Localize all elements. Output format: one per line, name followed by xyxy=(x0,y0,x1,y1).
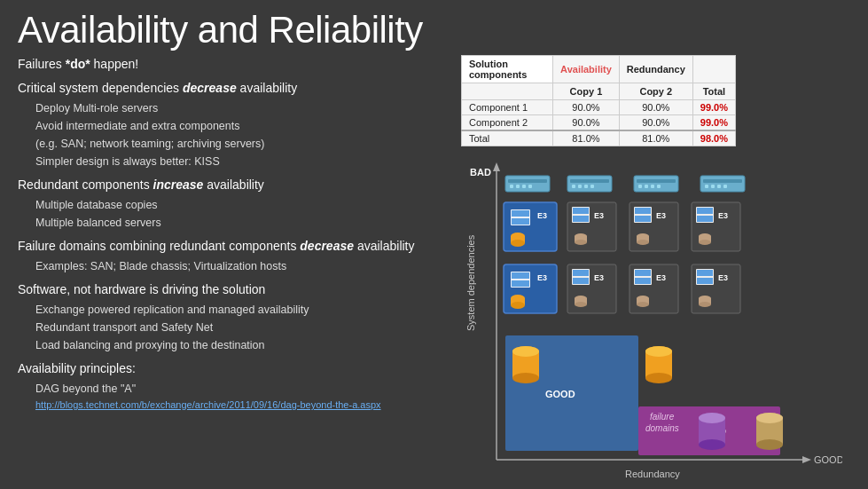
software-heading: Software, not hardware is driving the so… xyxy=(18,280,452,299)
svg-point-69 xyxy=(699,240,711,245)
svg-rect-88 xyxy=(635,270,651,276)
table-cell-total-total: 98.0% xyxy=(692,130,735,146)
svg-marker-1 xyxy=(493,162,500,171)
svg-rect-26 xyxy=(634,176,678,192)
svg-rect-65 xyxy=(697,216,713,222)
svg-text:BAD: BAD xyxy=(470,167,491,177)
svg-rect-57 xyxy=(635,216,651,222)
diagram-container: BAD GOOD Redundancy System dependencies … xyxy=(461,149,842,489)
table-header-empty xyxy=(692,56,735,83)
svg-rect-17 xyxy=(516,185,520,188)
svg-point-104 xyxy=(512,373,539,383)
table-subheader-label xyxy=(462,83,553,100)
svg-rect-80 xyxy=(573,270,589,276)
svg-text:domains: domains xyxy=(645,423,679,433)
svg-point-117 xyxy=(756,413,783,423)
availability-table-container: Solution components Availability Redunda… xyxy=(461,55,850,146)
svg-rect-36 xyxy=(717,185,721,188)
redundant-heading: Redundant components increase availabili… xyxy=(18,176,452,194)
svg-rect-32 xyxy=(700,176,745,192)
svg-rect-25 xyxy=(590,185,594,188)
svg-rect-49 xyxy=(573,216,589,222)
svg-rect-21 xyxy=(570,179,609,183)
svg-rect-16 xyxy=(510,185,513,188)
svg-rect-28 xyxy=(638,185,642,188)
svg-rect-34 xyxy=(705,185,708,188)
svg-point-85 xyxy=(575,302,587,307)
svg-point-105 xyxy=(512,346,539,357)
redundant-section: Redundant components increase availabili… xyxy=(18,176,452,232)
svg-rect-56 xyxy=(635,208,651,214)
avail-principles-link[interactable]: http://blogs.technet.com/b/exchange/arch… xyxy=(18,398,452,414)
failures-section: Failures *do* happen! xyxy=(18,55,452,74)
table-header-redundancy: Redundancy xyxy=(619,56,692,83)
svg-point-116 xyxy=(756,439,783,450)
critical-item-3: Simpler design is always better: KISS xyxy=(18,153,452,170)
table-cell-copy1-total: 81.0% xyxy=(553,130,620,146)
svg-rect-14 xyxy=(505,176,550,192)
svg-text:E3: E3 xyxy=(656,273,666,282)
table-row-component1: Component 1 90.0% 90.0% 99.0% xyxy=(462,100,736,115)
table-cell-copy2-total: 81.0% xyxy=(619,130,692,146)
svg-text:E3: E3 xyxy=(718,211,728,220)
svg-text:E3: E3 xyxy=(594,273,604,282)
svg-rect-20 xyxy=(567,176,612,192)
table-subheader-total: Total xyxy=(692,83,735,100)
table-row-component2: Component 2 90.0% 90.0% 99.0% xyxy=(462,115,736,131)
svg-point-101 xyxy=(699,302,711,307)
table-subheader-copy2: Copy 2 xyxy=(619,83,692,100)
table-header-avail: Availability xyxy=(553,56,620,83)
redundant-item-2: Multiple balanced servers xyxy=(18,214,452,232)
critical-heading: Critical system dependencies decrease av… xyxy=(18,79,452,98)
failure-domains-section: Failure domains combining redundant comp… xyxy=(18,237,452,275)
svg-point-53 xyxy=(575,240,587,245)
table-cell-copy1-c2: 90.0% xyxy=(553,115,620,131)
svg-rect-81 xyxy=(573,278,589,284)
availability-table: Solution components Availability Redunda… xyxy=(461,55,736,146)
failure-domains-heading: Failure domains combining redundant comp… xyxy=(18,237,452,256)
availability-diagram: BAD GOOD Redundancy System dependencies … xyxy=(461,149,842,489)
svg-text:E3: E3 xyxy=(537,273,547,282)
svg-rect-96 xyxy=(697,270,713,276)
svg-point-61 xyxy=(637,240,649,245)
svg-rect-97 xyxy=(697,278,713,284)
table-cell-copy2-c2: 90.0% xyxy=(619,115,692,131)
svg-rect-41 xyxy=(512,218,529,225)
svg-rect-89 xyxy=(635,278,651,284)
svg-point-112 xyxy=(699,439,725,450)
svg-rect-15 xyxy=(508,179,547,183)
table-cell-label-c2: Component 2 xyxy=(462,115,553,131)
svg-marker-3 xyxy=(802,456,811,463)
svg-rect-40 xyxy=(512,210,529,217)
software-item-3: Load balancing and proxying to the desti… xyxy=(18,336,452,354)
svg-rect-37 xyxy=(723,185,727,188)
svg-rect-29 xyxy=(645,185,648,188)
svg-text:E3: E3 xyxy=(594,211,604,220)
svg-rect-30 xyxy=(651,185,654,188)
software-section: Software, not hardware is driving the so… xyxy=(18,280,452,354)
redundant-item-1: Multiple database copies xyxy=(18,196,452,214)
failures-heading: Failures *do* happen! xyxy=(18,55,452,74)
svg-rect-35 xyxy=(711,185,715,188)
table-cell-label-total: Total xyxy=(462,130,553,146)
svg-point-77 xyxy=(511,302,525,309)
svg-text:System dependencies: System dependencies xyxy=(465,234,476,331)
table-header-solutions: Solution components xyxy=(462,56,553,83)
svg-rect-18 xyxy=(522,185,526,188)
svg-rect-73 xyxy=(512,280,529,287)
svg-point-45 xyxy=(511,240,525,247)
svg-point-113 xyxy=(699,413,725,423)
right-column: Solution components Availability Redunda… xyxy=(461,55,850,489)
svg-point-109 xyxy=(645,346,672,357)
avail-principles-section: Availability principles: DAG beyond the … xyxy=(18,359,452,414)
svg-rect-72 xyxy=(512,272,529,279)
table-row-total: Total 81.0% 81.0% 98.0% xyxy=(462,130,736,146)
svg-text:GOOD: GOOD xyxy=(814,454,842,465)
svg-rect-64 xyxy=(697,208,713,214)
svg-text:failure: failure xyxy=(650,412,675,422)
table-cell-total-c2: 99.0% xyxy=(692,115,735,131)
svg-rect-24 xyxy=(584,185,588,188)
svg-text:GOOD: GOOD xyxy=(545,389,575,399)
svg-rect-23 xyxy=(578,185,582,188)
table-cell-copy1-c1: 90.0% xyxy=(553,100,620,115)
